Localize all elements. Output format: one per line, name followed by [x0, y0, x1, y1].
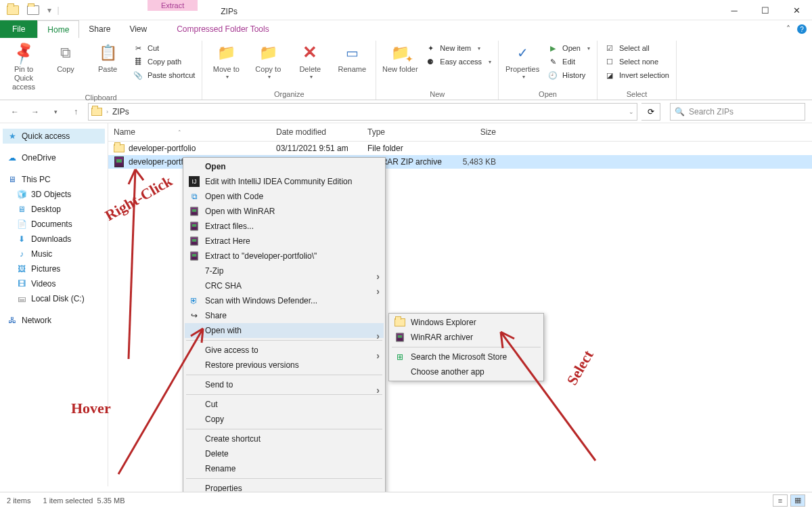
- ctx-7zip[interactable]: 7-Zip: [185, 263, 384, 278]
- minimize-button[interactable]: ─: [719, 0, 750, 20]
- history-icon: 🕘: [547, 70, 558, 81]
- address-row: ← → ▾ ↑ › ZIPs ⌄ ⟳ 🔍 Search ZIPs: [0, 100, 812, 123]
- qat-dropdown[interactable]: ▾: [43, 0, 55, 20]
- open-with-submenu: Windows Explorer WinRAR archiver ⊞Search…: [388, 313, 544, 381]
- easy-access-button[interactable]: ⚈Easy access: [422, 56, 494, 68]
- address-bar[interactable]: › ZIPs ⌄: [88, 103, 637, 121]
- open-button[interactable]: ▶Open: [545, 42, 593, 54]
- ctx-vscode[interactable]: ⧉Open with Code: [185, 189, 384, 204]
- ctx-rename[interactable]: Rename: [185, 461, 384, 476]
- ctx-extract-files[interactable]: Extract files...: [185, 219, 384, 234]
- ctx-create-shortcut[interactable]: Create shortcut: [185, 431, 384, 446]
- properties-button[interactable]: ✓Properties: [503, 41, 542, 81]
- ctx-copy[interactable]: Copy: [185, 412, 384, 427]
- ctx-send-to[interactable]: Send to: [185, 377, 384, 392]
- ctx-restore-versions[interactable]: Restore previous versions: [185, 358, 384, 373]
- submenu-winrar[interactable]: WinRAR archiver: [390, 330, 542, 345]
- new-folder-button[interactable]: 📁✦New folder: [380, 41, 420, 74]
- tab-share[interactable]: Share: [79, 20, 120, 38]
- ctx-open-with[interactable]: Open with: [185, 323, 384, 338]
- sidebar-onedrive[interactable]: ☁OneDrive: [3, 150, 105, 165]
- paste-button[interactable]: 📋Paste: [88, 41, 127, 74]
- sidebar-local-disk[interactable]: 🖴Local Disk (C:): [3, 291, 105, 306]
- details-view-button[interactable]: ≡: [773, 494, 788, 507]
- back-button[interactable]: ←: [7, 104, 23, 120]
- maximize-button[interactable]: ☐: [750, 0, 781, 20]
- copy-button[interactable]: ⧉Copy: [46, 41, 85, 74]
- move-to-button[interactable]: 📁Move to: [206, 41, 246, 81]
- refresh-button[interactable]: ⟳: [641, 103, 660, 121]
- sidebar-videos[interactable]: 🎞Videos: [3, 276, 105, 291]
- col-name[interactable]: Name ˄: [114, 123, 276, 141]
- delete-button[interactable]: ✕Delete: [290, 41, 330, 81]
- submenu-store[interactable]: ⊞Search the Microsoft Store: [390, 350, 542, 364]
- navigation-pane: ★Quick access ☁OneDrive 🖥This PC 🧊3D Obj…: [0, 123, 108, 486]
- tab-view[interactable]: View: [120, 20, 156, 38]
- history-button[interactable]: 🕘History: [545, 69, 593, 81]
- paste-shortcut-button[interactable]: 📎Paste shortcut: [130, 69, 198, 81]
- winrar-icon: [189, 236, 200, 247]
- rename-button[interactable]: ▭Rename: [332, 41, 371, 74]
- qat-props-icon[interactable]: [23, 0, 43, 20]
- col-type[interactable]: Type: [367, 123, 442, 141]
- winrar-icon: [189, 206, 200, 217]
- sidebar-network[interactable]: 🖧Network: [3, 313, 105, 328]
- sidebar-this-pc[interactable]: 🖥This PC: [3, 172, 105, 187]
- ctx-crc[interactable]: CRC SHA: [185, 278, 384, 293]
- ctx-winrar-open[interactable]: Open with WinRAR: [185, 204, 384, 219]
- winrar-icon: [189, 221, 200, 232]
- pin-to-quick-access-button[interactable]: 📌Pin to Quick access: [4, 41, 43, 92]
- star-icon: ★: [7, 131, 18, 142]
- collapse-ribbon-icon[interactable]: ˄: [786, 24, 790, 34]
- sidebar-desktop[interactable]: 🖥Desktop: [3, 202, 105, 217]
- ctx-share[interactable]: ↪Share: [185, 308, 384, 323]
- documents-icon: 📄: [16, 219, 27, 230]
- edit-icon: ✎: [547, 56, 558, 67]
- ctx-delete[interactable]: Delete: [185, 446, 384, 461]
- sidebar-pictures[interactable]: 🖼Pictures: [3, 261, 105, 276]
- close-button[interactable]: ✕: [781, 0, 812, 20]
- help-icon[interactable]: ?: [797, 24, 807, 34]
- sidebar-music[interactable]: ♪Music: [3, 247, 105, 261]
- disk-icon: 🖴: [16, 293, 27, 304]
- up-button[interactable]: ↑: [68, 104, 84, 120]
- tab-file[interactable]: File: [0, 20, 37, 38]
- ctx-cut[interactable]: Cut: [185, 397, 384, 412]
- ctx-defender[interactable]: ⛨Scan with Windows Defender...: [185, 293, 384, 308]
- col-date[interactable]: Date modified: [276, 123, 367, 141]
- sidebar-quick-access[interactable]: ★Quick access: [3, 129, 105, 144]
- invert-selection-button[interactable]: ◪Invert selection: [602, 69, 672, 81]
- column-headers[interactable]: Name ˄ Date modified Type Size: [108, 123, 812, 142]
- select-none-button[interactable]: ☐Select none: [602, 56, 672, 68]
- folder-icon: [114, 143, 125, 154]
- sidebar-documents[interactable]: 📄Documents: [3, 217, 105, 232]
- new-item-button[interactable]: ✦New item: [422, 42, 494, 54]
- search-input[interactable]: 🔍 Search ZIPs: [670, 103, 805, 121]
- cut-button[interactable]: ✂Cut: [130, 42, 198, 54]
- copy-path-button[interactable]: 🛤Copy path: [130, 56, 198, 68]
- submenu-explorer[interactable]: Windows Explorer: [390, 315, 542, 330]
- ctx-intellij[interactable]: IJEdit with IntelliJ IDEA Community Edit…: [185, 174, 384, 189]
- ribbon: 📌Pin to Quick access ⧉Copy 📋Paste ✂Cut 🛤…: [0, 38, 812, 100]
- sidebar-3d-objects[interactable]: 🧊3D Objects: [3, 187, 105, 202]
- col-size[interactable]: Size: [442, 123, 496, 141]
- thumbnails-view-button[interactable]: ▦: [790, 494, 805, 507]
- ctx-extract-to[interactable]: Extract to "developer-portfolio\": [185, 249, 384, 263]
- copy-to-button[interactable]: 📁Copy to: [248, 41, 288, 81]
- ctx-open[interactable]: Open: [185, 159, 384, 174]
- ctx-give-access[interactable]: Give access to: [185, 343, 384, 358]
- forward-button[interactable]: →: [27, 104, 43, 120]
- recent-dropdown[interactable]: ▾: [47, 104, 64, 120]
- tab-home[interactable]: Home: [37, 20, 79, 38]
- select-all-button[interactable]: ☑Select all: [602, 42, 672, 54]
- breadcrumb[interactable]: ZIPs: [112, 107, 129, 117]
- ctx-extract-here[interactable]: Extract Here: [185, 234, 384, 249]
- sidebar-downloads[interactable]: ⬇Downloads: [3, 232, 105, 247]
- tab-compressed-tools[interactable]: Compressed Folder Tools: [167, 20, 279, 38]
- paste-shortcut-icon: 📎: [133, 70, 143, 81]
- qat-folder-icon[interactable]: [3, 0, 23, 20]
- edit-button[interactable]: ✎Edit: [545, 56, 593, 68]
- submenu-choose-app[interactable]: Choose another app: [390, 364, 542, 379]
- file-row-folder[interactable]: developer-portfolio 03/11/2021 9:51 am F…: [108, 142, 812, 155]
- select-all-icon: ☑: [604, 43, 615, 54]
